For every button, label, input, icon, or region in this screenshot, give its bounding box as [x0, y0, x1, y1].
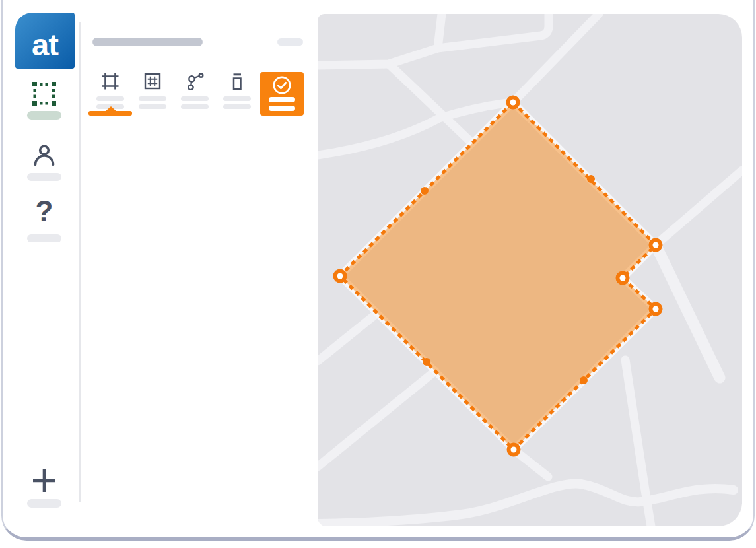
- sidebar-item-help[interactable]: ?: [32, 197, 56, 226]
- road-left-b: [318, 371, 435, 467]
- toolbar-label-skeleton: [181, 96, 209, 101]
- active-tab-indicator: [88, 111, 132, 116]
- nav-label-skeleton-profile: [27, 173, 61, 181]
- plus-icon: [32, 469, 56, 493]
- road-top-branch: [438, 14, 442, 48]
- midpoint-handle[interactable]: [421, 187, 429, 195]
- confirm-label-skeleton: [269, 97, 295, 102]
- check-circle-icon: [272, 75, 292, 95]
- midpoint-handle[interactable]: [587, 175, 595, 183]
- frame-icon: [101, 72, 120, 90]
- sidebar-item-add[interactable]: [32, 469, 56, 495]
- toolbar-label-skeleton: [139, 96, 166, 101]
- rect-top-line-icon: [228, 72, 246, 90]
- road-bottom-wavy: [318, 483, 734, 524]
- confirm-label-skeleton: [269, 106, 295, 111]
- toolbar-label-skeleton: [223, 104, 251, 109]
- toolbar-label-skeleton: [223, 96, 251, 101]
- sidebar-item-fields[interactable]: [32, 82, 56, 108]
- app-logo-text: at: [32, 26, 58, 63]
- vertex-handle-center: [653, 306, 659, 312]
- app-logo[interactable]: at: [15, 13, 75, 69]
- vertex-handle-center: [653, 242, 659, 248]
- toolbar-item-nodes[interactable]: [174, 72, 216, 122]
- app-window: at ?: [0, 0, 756, 548]
- toolbar-label-skeleton: [96, 96, 124, 101]
- toolbar-label-skeleton: [181, 104, 209, 109]
- nav-panel-divider: [79, 22, 81, 502]
- road-upper-left-diagonal: [389, 64, 470, 141]
- person-icon: [31, 143, 57, 169]
- sidebar-item-profile[interactable]: [31, 143, 57, 172]
- panel-action-skeleton: [277, 38, 303, 46]
- toolbar-item-confirm[interactable]: [260, 72, 304, 116]
- nav-label-skeleton-help: [27, 234, 61, 242]
- nav-label-skeleton-add: [27, 499, 61, 508]
- road-right-wide: [656, 245, 720, 378]
- polyline-nodes-icon: [186, 72, 204, 90]
- midpoint-handle[interactable]: [580, 376, 588, 384]
- question-mark-icon: ?: [36, 195, 53, 227]
- nav-label-skeleton-fields: [27, 111, 61, 120]
- toolbar-item-boundary-frame[interactable]: [89, 72, 131, 122]
- field-polygon-fill[interactable]: [340, 102, 656, 450]
- map-canvas[interactable]: [318, 14, 742, 526]
- toolbar-item-frame-square[interactable]: [131, 72, 174, 122]
- road-right-inbound: [656, 170, 742, 245]
- frame-in-square-icon: [143, 72, 162, 90]
- selection-marquee-icon: [32, 82, 56, 106]
- vertex-handle-center: [337, 273, 343, 279]
- vertex-handle-center: [510, 100, 516, 106]
- midpoint-handle[interactable]: [423, 358, 430, 366]
- vertex-handle-center: [511, 447, 517, 453]
- toolbar-label-skeleton: [139, 104, 166, 109]
- road-top-main: [318, 14, 549, 65]
- vertex-handle-center: [620, 275, 626, 281]
- panel-title-skeleton: [92, 38, 203, 46]
- map-svg: [318, 14, 742, 526]
- road-left-a: [318, 314, 376, 361]
- toolbar-item-column[interactable]: [216, 72, 258, 122]
